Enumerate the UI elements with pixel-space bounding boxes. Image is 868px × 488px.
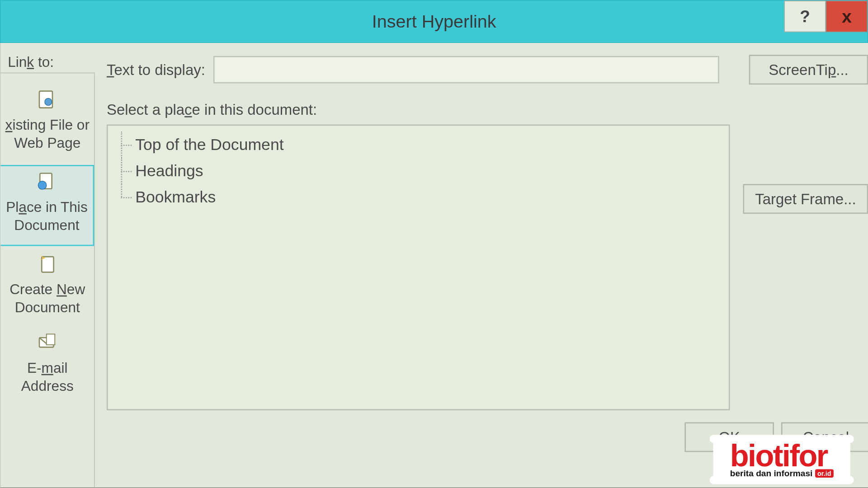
document-place-icon: [35, 172, 59, 192]
tree-item-label: Top of the Document: [135, 136, 283, 154]
dialog-title: Insert Hyperlink: [372, 11, 496, 32]
close-button[interactable]: x: [826, 0, 868, 32]
rail-label: E-mail Address: [4, 359, 90, 395]
cancel-button[interactable]: Cancel: [781, 422, 868, 452]
link-to-existing-file[interactable]: xisting File or Web Page: [0, 84, 94, 163]
link-to-email-address[interactable]: E-mail Address: [0, 327, 94, 406]
link-to-label: Link to:: [0, 43, 94, 73]
ok-button[interactable]: OK: [684, 422, 774, 452]
tree-item-top-of-document[interactable]: Top of the Document: [118, 131, 719, 158]
tree-item-label: Bookmarks: [135, 188, 216, 206]
text-to-display-input[interactable]: [213, 56, 719, 84]
rail-label: Place in This Document: [4, 198, 89, 234]
titlebar: Insert Hyperlink ? x: [0, 0, 868, 43]
titlebar-controls: ? x: [784, 0, 868, 42]
rail-label: xisting File or Web Page: [4, 116, 90, 152]
svg-point-3: [38, 181, 46, 189]
target-frame-label: Target Frame...: [755, 190, 856, 207]
tree-item-headings[interactable]: Headings: [118, 158, 719, 184]
link-to-create-new-document[interactable]: Create New Document: [0, 249, 94, 327]
right-button-column: Target Frame...: [743, 124, 868, 410]
text-to-display-label: Text to display:: [107, 61, 205, 78]
file-web-icon: [35, 90, 59, 110]
dialog-footer: OK Cancel: [107, 410, 868, 452]
select-place-label: Select a place in this document:: [107, 84, 868, 124]
email-icon: [35, 333, 59, 353]
link-to-rail: Link to: xisting File or Web Page: [0, 43, 94, 488]
text-to-display-row: Text to display: ScreenTip...: [107, 43, 868, 84]
tree-item-label: Headings: [135, 162, 203, 180]
tree-item-bookmarks[interactable]: Bookmarks: [118, 184, 719, 210]
svg-point-1: [44, 98, 52, 105]
svg-rect-4: [42, 257, 53, 272]
target-frame-button[interactable]: Target Frame...: [743, 184, 868, 214]
screentip-label: ScreenTip...: [769, 61, 848, 78]
screentip-button[interactable]: ScreenTip...: [749, 55, 868, 84]
rail-label: Create New Document: [4, 281, 90, 316]
new-document-icon: [35, 254, 59, 275]
link-to-place-in-document[interactable]: Place in This Document: [0, 165, 94, 246]
main-panel: Text to display: ScreenTip... Select a p…: [95, 43, 868, 488]
svg-rect-7: [46, 334, 54, 345]
document-places-tree[interactable]: Top of the Document Headings Bookmarks: [107, 124, 730, 410]
dialog-body: Link to: xisting File or Web Page: [0, 43, 868, 488]
help-button[interactable]: ?: [784, 0, 826, 32]
